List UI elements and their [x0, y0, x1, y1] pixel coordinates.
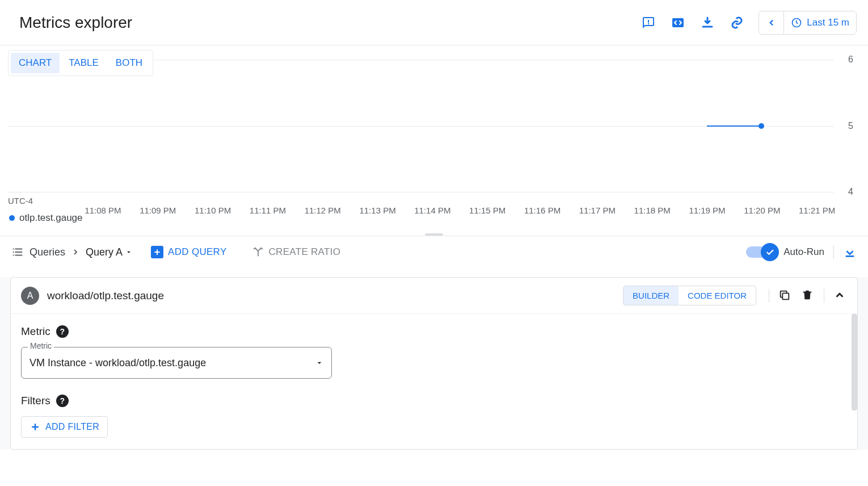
metric-select[interactable]: VM Instance - workload/otlp.test.gauge — [21, 347, 332, 379]
legend-swatch — [9, 215, 15, 221]
query-badge: A — [21, 287, 39, 305]
list-icon — [11, 246, 24, 258]
filters-section-title: Filters — [21, 395, 50, 407]
series-line — [707, 125, 761, 127]
caret-down-icon — [125, 248, 133, 256]
builder-mode[interactable]: BUILDER — [623, 286, 679, 305]
caret-down-icon — [315, 358, 324, 367]
create-ratio-button[interactable]: CREATE RATIO — [252, 246, 341, 258]
metric-section-title: Metric — [21, 325, 50, 338]
query-panel: A workload/otlp.test.gauge BUILDER CODE … — [10, 277, 858, 450]
add-filter-button[interactable]: ADD FILTER — [21, 416, 108, 438]
y-tick: 5 — [848, 121, 853, 131]
series-point — [759, 123, 764, 129]
link-icon[interactable] — [729, 15, 745, 31]
editor-mode-toggle: BUILDER CODE EDITOR — [623, 286, 756, 305]
chevron-right-icon — [71, 248, 80, 257]
y-tick: 6 — [848, 55, 853, 65]
tab-both[interactable]: BOTH — [108, 53, 150, 73]
query-selector[interactable]: Query A — [86, 246, 133, 258]
collapse-icon[interactable] — [843, 244, 857, 260]
y-tick: 4 — [848, 187, 853, 197]
query-title: workload/otlp.test.gauge — [47, 290, 615, 302]
clock-icon — [791, 17, 802, 28]
plus-icon — [30, 421, 41, 433]
queries-label: Queries — [30, 246, 65, 258]
legend-label: otlp.test.gauge — [19, 212, 83, 224]
tab-table[interactable]: TABLE — [61, 53, 107, 73]
feedback-icon[interactable] — [641, 15, 656, 31]
tab-chart[interactable]: CHART — [11, 53, 60, 73]
code-editor-mode[interactable]: CODE EDITOR — [679, 286, 756, 305]
check-icon — [765, 247, 775, 257]
collapse-panel-icon[interactable] — [833, 289, 847, 303]
legend: otlp.test.gauge — [9, 212, 83, 224]
scrollbar[interactable] — [852, 314, 857, 410]
merge-icon — [252, 246, 264, 258]
view-tabs: CHART TABLE BOTH — [8, 50, 153, 76]
plus-icon: + — [151, 246, 163, 258]
time-range-label[interactable]: Last 15 m — [784, 11, 856, 34]
grid-baseline — [8, 192, 834, 192]
svg-rect-2 — [782, 293, 789, 299]
time-prev-button[interactable] — [759, 11, 784, 34]
queries-bar: Queries Query A + ADD QUERY CREATE RATIO… — [0, 236, 868, 268]
delete-icon[interactable] — [801, 289, 815, 303]
time-range-picker[interactable]: Last 15 m — [759, 11, 857, 35]
copy-icon[interactable] — [778, 289, 792, 303]
add-query-button[interactable]: + ADD QUERY — [151, 246, 226, 258]
help-icon[interactable]: ? — [56, 325, 69, 338]
help-icon[interactable]: ? — [56, 395, 69, 407]
page-title: Metrics explorer — [19, 14, 132, 32]
metric-float-label: Metric — [28, 341, 54, 350]
code-icon[interactable] — [670, 15, 686, 31]
timezone-label: UTC-4 — [8, 196, 33, 206]
autorun-toggle[interactable]: Auto-Run — [746, 246, 824, 258]
download-icon[interactable] — [700, 15, 715, 31]
